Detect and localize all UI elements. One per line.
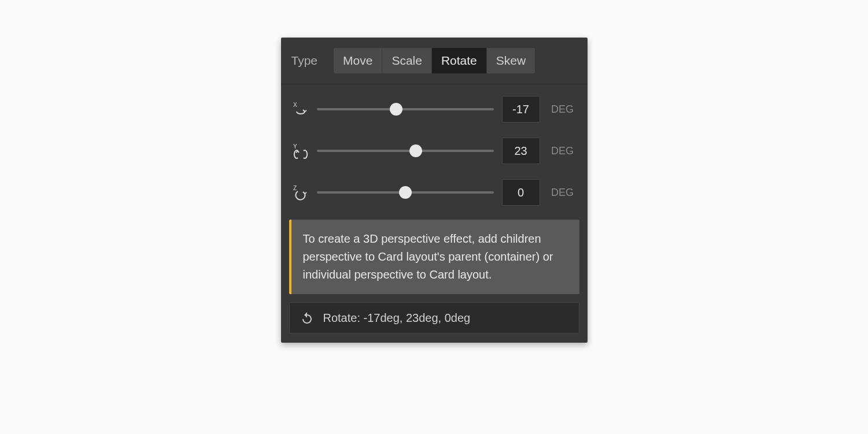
rotate-x-row: X -17 DEG bbox=[291, 96, 577, 123]
tab-skew[interactable]: Skew bbox=[487, 48, 535, 73]
rotate-y-slider[interactable] bbox=[317, 150, 494, 152]
summary-text: Rotate: -17deg, 23deg, 0deg bbox=[323, 311, 471, 325]
rotate-z-unit[interactable]: DEG bbox=[548, 187, 577, 199]
transform-summary[interactable]: Rotate: -17deg, 23deg, 0deg bbox=[289, 302, 579, 333]
rotate-y-value[interactable]: 23 bbox=[502, 138, 540, 164]
rotate-x-unit[interactable]: DEG bbox=[548, 103, 577, 116]
transform-panel: Type Move Scale Rotate Skew X -17 DEG bbox=[281, 38, 588, 343]
perspective-hint: To create a 3D perspective effect, add c… bbox=[289, 220, 579, 294]
transform-type-tabs: Move Scale Rotate Skew bbox=[334, 48, 535, 73]
type-label: Type bbox=[291, 54, 318, 68]
rotate-z-icon: Z bbox=[291, 184, 309, 201]
svg-text:Y: Y bbox=[293, 143, 297, 150]
rotate-z-slider[interactable] bbox=[317, 191, 494, 194]
tab-scale[interactable]: Scale bbox=[382, 48, 431, 73]
rotate-x-icon: X bbox=[291, 101, 309, 118]
slider-thumb[interactable] bbox=[399, 186, 412, 199]
rotate-y-row: Y 23 DEG bbox=[291, 138, 577, 164]
rotate-z-row: Z 0 DEG bbox=[291, 179, 577, 206]
rotate-y-unit[interactable]: DEG bbox=[548, 145, 577, 157]
type-row: Type Move Scale Rotate Skew bbox=[281, 38, 588, 84]
svg-text:Z: Z bbox=[293, 185, 297, 191]
rotate-x-value[interactable]: -17 bbox=[502, 96, 540, 123]
sliders-section: X -17 DEG Y bbox=[281, 84, 588, 220]
svg-text:X: X bbox=[293, 102, 297, 108]
rotate-z-value[interactable]: 0 bbox=[502, 179, 540, 206]
reset-icon[interactable] bbox=[300, 311, 314, 325]
slider-thumb[interactable] bbox=[390, 103, 402, 116]
rotate-x-slider[interactable] bbox=[317, 108, 494, 110]
slider-thumb[interactable] bbox=[409, 144, 422, 157]
tab-rotate[interactable]: Rotate bbox=[432, 48, 486, 73]
tab-move[interactable]: Move bbox=[334, 48, 382, 73]
rotate-y-icon: Y bbox=[291, 142, 309, 159]
